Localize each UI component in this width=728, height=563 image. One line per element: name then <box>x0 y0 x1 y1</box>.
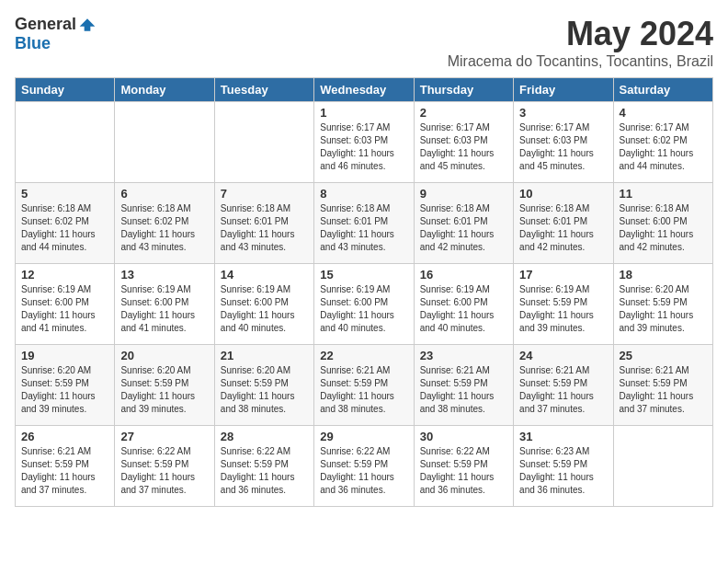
calendar-cell: 14Sunrise: 6:19 AM Sunset: 6:00 PM Dayli… <box>214 264 313 345</box>
logo-icon <box>78 16 97 34</box>
calendar-cell: 16Sunrise: 6:19 AM Sunset: 6:00 PM Dayli… <box>414 264 513 345</box>
calendar-cell: 9Sunrise: 6:18 AM Sunset: 6:01 PM Daylig… <box>414 183 513 264</box>
day-info: Sunrise: 6:20 AM Sunset: 5:59 PM Dayligh… <box>21 365 96 414</box>
day-number: 3 <box>519 106 607 120</box>
day-number: 8 <box>320 187 407 201</box>
calendar-cell: 28Sunrise: 6:22 AM Sunset: 5:59 PM Dayli… <box>214 426 313 507</box>
day-number: 20 <box>120 349 208 362</box>
weekday-header-sunday: Sunday <box>16 78 115 102</box>
calendar-cell: 5Sunrise: 6:18 AM Sunset: 6:02 PM Daylig… <box>16 183 115 264</box>
day-info: Sunrise: 6:18 AM Sunset: 6:01 PM Dayligh… <box>320 203 394 252</box>
calendar-cell: 6Sunrise: 6:18 AM Sunset: 6:02 PM Daylig… <box>115 183 214 264</box>
calendar-cell: 3Sunrise: 6:17 AM Sunset: 6:03 PM Daylig… <box>514 102 613 183</box>
day-number: 10 <box>519 187 607 201</box>
day-info: Sunrise: 6:19 AM Sunset: 6:00 PM Dayligh… <box>120 284 195 333</box>
calendar-cell: 31Sunrise: 6:23 AM Sunset: 5:59 PM Dayli… <box>514 426 613 507</box>
weekday-header-monday: Monday <box>115 78 214 102</box>
weekday-header-thursday: Thursday <box>414 78 513 102</box>
week-row-4: 19Sunrise: 6:20 AM Sunset: 5:59 PM Dayli… <box>16 345 713 426</box>
title-block: May 2024 Miracema do Tocantins, Tocantin… <box>448 15 713 70</box>
day-number: 28 <box>221 430 308 443</box>
page-header: General Blue May 2024 Miracema do Tocant… <box>15 15 713 70</box>
day-info: Sunrise: 6:22 AM Sunset: 5:59 PM Dayligh… <box>120 446 195 495</box>
svg-marker-0 <box>80 18 96 30</box>
day-info: Sunrise: 6:19 AM Sunset: 5:59 PM Dayligh… <box>519 284 594 333</box>
calendar-cell: 22Sunrise: 6:21 AM Sunset: 5:59 PM Dayli… <box>314 345 414 426</box>
day-number: 9 <box>420 187 507 201</box>
day-info: Sunrise: 6:17 AM Sunset: 6:02 PM Dayligh… <box>620 122 694 171</box>
calendar-cell: 25Sunrise: 6:21 AM Sunset: 5:59 PM Dayli… <box>613 345 712 426</box>
day-info: Sunrise: 6:20 AM Sunset: 5:59 PM Dayligh… <box>620 284 694 333</box>
calendar-cell: 10Sunrise: 6:18 AM Sunset: 6:01 PM Dayli… <box>514 183 613 264</box>
day-info: Sunrise: 6:21 AM Sunset: 5:59 PM Dayligh… <box>519 365 594 414</box>
day-info: Sunrise: 6:18 AM Sunset: 6:01 PM Dayligh… <box>519 203 594 252</box>
day-info: Sunrise: 6:18 AM Sunset: 6:02 PM Dayligh… <box>21 203 96 252</box>
weekday-header-friday: Friday <box>514 78 613 102</box>
calendar-cell: 7Sunrise: 6:18 AM Sunset: 6:01 PM Daylig… <box>214 183 313 264</box>
logo-blue-text: Blue <box>15 34 51 53</box>
calendar-cell: 18Sunrise: 6:20 AM Sunset: 5:59 PM Dayli… <box>613 264 712 345</box>
day-info: Sunrise: 6:18 AM Sunset: 6:01 PM Dayligh… <box>420 203 495 252</box>
day-number: 30 <box>420 430 507 443</box>
day-number: 5 <box>21 187 108 201</box>
day-number: 2 <box>420 106 507 120</box>
calendar-cell: 2Sunrise: 6:17 AM Sunset: 6:03 PM Daylig… <box>414 102 513 183</box>
day-number: 11 <box>620 187 707 201</box>
weekday-header-row: SundayMondayTuesdayWednesdayThursdayFrid… <box>16 78 713 102</box>
calendar-cell: 29Sunrise: 6:22 AM Sunset: 5:59 PM Dayli… <box>314 426 414 507</box>
location-subtitle: Miracema do Tocantins, Tocantins, Brazil <box>448 53 713 70</box>
day-number: 26 <box>21 430 108 443</box>
day-info: Sunrise: 6:17 AM Sunset: 6:03 PM Dayligh… <box>420 122 495 171</box>
day-info: Sunrise: 6:22 AM Sunset: 5:59 PM Dayligh… <box>320 446 394 495</box>
day-number: 6 <box>120 187 208 201</box>
calendar-cell: 20Sunrise: 6:20 AM Sunset: 5:59 PM Dayli… <box>115 345 214 426</box>
weekday-header-wednesday: Wednesday <box>314 78 414 102</box>
calendar-cell <box>115 102 214 183</box>
calendar-cell: 4Sunrise: 6:17 AM Sunset: 6:02 PM Daylig… <box>613 102 712 183</box>
day-number: 31 <box>519 430 607 443</box>
day-info: Sunrise: 6:22 AM Sunset: 5:59 PM Dayligh… <box>221 446 295 495</box>
day-number: 15 <box>320 268 407 282</box>
calendar-cell: 13Sunrise: 6:19 AM Sunset: 6:00 PM Dayli… <box>115 264 214 345</box>
day-info: Sunrise: 6:18 AM Sunset: 6:02 PM Dayligh… <box>120 203 195 252</box>
logo: General Blue <box>15 15 97 53</box>
calendar-cell: 30Sunrise: 6:22 AM Sunset: 5:59 PM Dayli… <box>414 426 513 507</box>
day-number: 12 <box>21 268 108 282</box>
week-row-2: 5Sunrise: 6:18 AM Sunset: 6:02 PM Daylig… <box>16 183 713 264</box>
day-info: Sunrise: 6:21 AM Sunset: 5:59 PM Dayligh… <box>420 365 495 414</box>
day-number: 27 <box>120 430 208 443</box>
day-number: 14 <box>221 268 308 282</box>
calendar-cell <box>16 102 115 183</box>
calendar-cell: 21Sunrise: 6:20 AM Sunset: 5:59 PM Dayli… <box>214 345 313 426</box>
day-number: 24 <box>519 349 607 362</box>
day-number: 23 <box>420 349 507 362</box>
day-number: 25 <box>620 349 707 362</box>
day-number: 1 <box>320 106 407 120</box>
weekday-header-saturday: Saturday <box>613 78 712 102</box>
day-info: Sunrise: 6:19 AM Sunset: 6:00 PM Dayligh… <box>21 284 96 333</box>
day-number: 17 <box>519 268 607 282</box>
calendar-cell: 11Sunrise: 6:18 AM Sunset: 6:00 PM Dayli… <box>613 183 712 264</box>
day-number: 7 <box>221 187 308 201</box>
month-title: May 2024 <box>448 15 713 53</box>
day-info: Sunrise: 6:21 AM Sunset: 5:59 PM Dayligh… <box>620 365 694 414</box>
calendar-cell: 15Sunrise: 6:19 AM Sunset: 6:00 PM Dayli… <box>314 264 414 345</box>
calendar-cell: 1Sunrise: 6:17 AM Sunset: 6:03 PM Daylig… <box>314 102 414 183</box>
day-info: Sunrise: 6:17 AM Sunset: 6:03 PM Dayligh… <box>519 122 594 171</box>
day-info: Sunrise: 6:19 AM Sunset: 6:00 PM Dayligh… <box>420 284 495 333</box>
day-info: Sunrise: 6:23 AM Sunset: 5:59 PM Dayligh… <box>519 446 594 495</box>
week-row-3: 12Sunrise: 6:19 AM Sunset: 6:00 PM Dayli… <box>16 264 713 345</box>
day-number: 19 <box>21 349 108 362</box>
day-number: 13 <box>120 268 208 282</box>
week-row-5: 26Sunrise: 6:21 AM Sunset: 5:59 PM Dayli… <box>16 426 713 507</box>
day-info: Sunrise: 6:20 AM Sunset: 5:59 PM Dayligh… <box>221 365 295 414</box>
weekday-header-tuesday: Tuesday <box>214 78 313 102</box>
day-info: Sunrise: 6:21 AM Sunset: 5:59 PM Dayligh… <box>320 365 394 414</box>
day-info: Sunrise: 6:21 AM Sunset: 5:59 PM Dayligh… <box>21 446 96 495</box>
day-info: Sunrise: 6:17 AM Sunset: 6:03 PM Dayligh… <box>320 122 394 171</box>
day-number: 18 <box>620 268 707 282</box>
day-info: Sunrise: 6:19 AM Sunset: 6:00 PM Dayligh… <box>320 284 394 333</box>
day-number: 21 <box>221 349 308 362</box>
calendar-cell: 27Sunrise: 6:22 AM Sunset: 5:59 PM Dayli… <box>115 426 214 507</box>
day-number: 16 <box>420 268 507 282</box>
